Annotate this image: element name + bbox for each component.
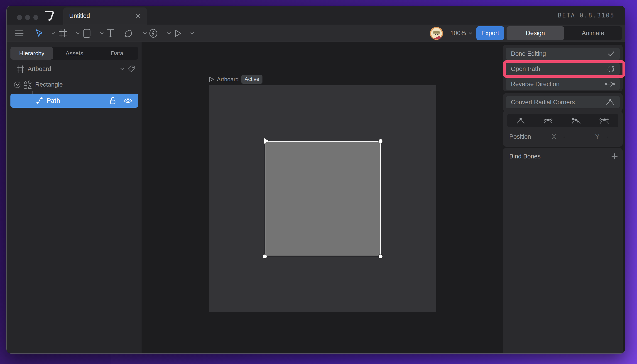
radial-corners-icon	[606, 99, 615, 106]
chevron-down-icon	[100, 32, 104, 35]
tab-design-label: Design	[526, 30, 545, 37]
chevron-down-icon	[190, 32, 194, 35]
tree-item-label: Rectangle	[35, 81, 63, 88]
add-bone-binding-button[interactable]	[611, 153, 618, 160]
reverse-direction-label: Reverse Direction	[511, 81, 560, 88]
text-tool-button[interactable]	[106, 24, 115, 42]
play-triangle-icon	[174, 29, 182, 38]
artboard-frame-icon	[17, 65, 25, 73]
select-tool-dropdown[interactable]	[51, 24, 56, 42]
rive-app-window: Untitled BETA 0.8.3105	[6, 6, 625, 354]
tab-assets[interactable]: Assets	[53, 47, 96, 60]
vertex-corner-icon[interactable]	[516, 117, 525, 124]
vertex-asymmetric-icon[interactable]	[571, 117, 582, 124]
bind-bones-card: Bind Bones	[503, 148, 623, 354]
rive-logo-icon	[45, 10, 54, 21]
export-button[interactable]: Export	[476, 26, 504, 40]
artboard-content	[209, 85, 436, 312]
chevron-down-icon	[52, 32, 55, 35]
window-close-button[interactable]	[17, 15, 22, 20]
content-area: Hierarchy Assets Data	[7, 42, 625, 353]
position-y-label: Y	[595, 133, 599, 140]
artboard-tool-button[interactable]	[58, 24, 67, 42]
expand-collapse-icon[interactable]	[14, 81, 21, 88]
corner-actions-card: Convert Radial Corners	[503, 93, 623, 111]
pen-tool-dropdown[interactable]	[143, 24, 147, 42]
export-button-label: Export	[481, 30, 499, 37]
shape-tool-button[interactable]	[82, 24, 91, 42]
tree-item-label: Artboard	[28, 66, 51, 72]
artboard-active-badge: Active	[241, 75, 262, 84]
unlock-icon[interactable]	[109, 96, 116, 105]
play-tool-button[interactable]	[174, 24, 183, 42]
rectangle-shape-icon	[83, 28, 91, 38]
chevron-down-icon	[76, 32, 80, 35]
artboard-header[interactable]: Artboard Active	[209, 76, 262, 83]
tab-hierarchy-label: Hierarchy	[19, 50, 44, 57]
tag-icon[interactable]	[128, 65, 135, 73]
beta-version-label: BETA 0.8.3105	[558, 6, 614, 24]
tree-row-rectangle[interactable]: Rectangle	[7, 78, 142, 91]
bind-bones-header: Bind Bones	[509, 151, 618, 162]
artboard-play-icon	[209, 76, 214, 82]
done-editing-label: Done Editing	[511, 50, 546, 57]
chevron-down-icon	[143, 32, 147, 35]
position-row: Position X - Y -	[509, 132, 609, 142]
position-y-value[interactable]: -	[607, 133, 609, 140]
zoom-level-dropdown[interactable]: 100%	[450, 24, 472, 42]
vertex-type-toolbar	[507, 114, 618, 127]
check-icon	[607, 51, 615, 57]
tab-data[interactable]: Data	[96, 47, 138, 60]
pen-tool-button[interactable]	[124, 24, 133, 42]
tree-row-artboard[interactable]: Artboard	[7, 62, 142, 76]
toolbar: 100% Export Design Animate	[7, 24, 625, 42]
tab-animate[interactable]: Animate	[564, 26, 622, 40]
tab-assets-label: Assets	[66, 50, 83, 57]
path-vertex-marker[interactable]	[379, 254, 383, 258]
trigger-tool-button[interactable]	[149, 24, 158, 42]
open-path-icon	[607, 65, 615, 73]
user-avatar[interactable]	[430, 27, 443, 40]
path-vertex-marker[interactable]	[379, 139, 383, 143]
canvas[interactable]: Artboard Active	[142, 42, 503, 353]
text-tool-icon	[107, 29, 114, 38]
document-tab[interactable]: Untitled	[63, 8, 147, 24]
vertex-mirrored-icon[interactable]	[543, 117, 553, 124]
artboard-tool-dropdown[interactable]	[76, 24, 80, 42]
path-vertex-marker[interactable]	[263, 254, 267, 258]
pen-tool-icon	[124, 29, 133, 38]
reverse-direction-button[interactable]: Reverse Direction	[506, 78, 620, 90]
lightning-bolt-icon	[149, 29, 158, 38]
open-path-button[interactable]: Open Path	[506, 63, 620, 75]
done-editing-button[interactable]: Done Editing	[506, 48, 620, 60]
tree-item-label: Path	[47, 97, 60, 104]
main-menu-button[interactable]	[15, 24, 24, 42]
visibility-eye-icon[interactable]	[123, 97, 133, 104]
tab-design[interactable]: Design	[507, 26, 564, 40]
chevron-down-icon	[167, 32, 171, 35]
play-tool-dropdown[interactable]	[190, 24, 194, 42]
vertex-properties-card: Position X - Y -	[503, 111, 623, 147]
chevron-down-icon[interactable]	[120, 68, 124, 70]
mode-switcher: Design Animate	[507, 26, 622, 40]
tab-data-label: Data	[111, 50, 123, 57]
convert-radial-corners-button[interactable]: Convert Radial Corners	[506, 96, 620, 108]
shape-tool-dropdown[interactable]	[100, 24, 104, 42]
position-label: Position	[509, 133, 531, 140]
select-tool-button[interactable]	[35, 24, 43, 42]
bind-bones-label: Bind Bones	[509, 153, 541, 160]
shape-group-icon	[23, 80, 32, 89]
path-shape-rectangle[interactable]	[265, 141, 381, 256]
window-zoom-button[interactable]	[33, 15, 38, 20]
vertex-straight-icon[interactable]	[599, 117, 610, 124]
tab-animate-label: Animate	[582, 30, 604, 37]
reverse-direction-icon	[605, 80, 615, 88]
window-minimize-button[interactable]	[25, 15, 30, 20]
path-start-vertex-marker[interactable]	[264, 138, 269, 144]
tree-row-path-selected[interactable]: Path	[11, 94, 138, 108]
position-x-value[interactable]: -	[563, 133, 565, 140]
trigger-tool-dropdown[interactable]	[167, 24, 171, 42]
cursor-arrow-icon	[36, 29, 43, 38]
tab-close-icon[interactable]	[135, 13, 141, 19]
tab-hierarchy[interactable]: Hierarchy	[11, 47, 53, 60]
